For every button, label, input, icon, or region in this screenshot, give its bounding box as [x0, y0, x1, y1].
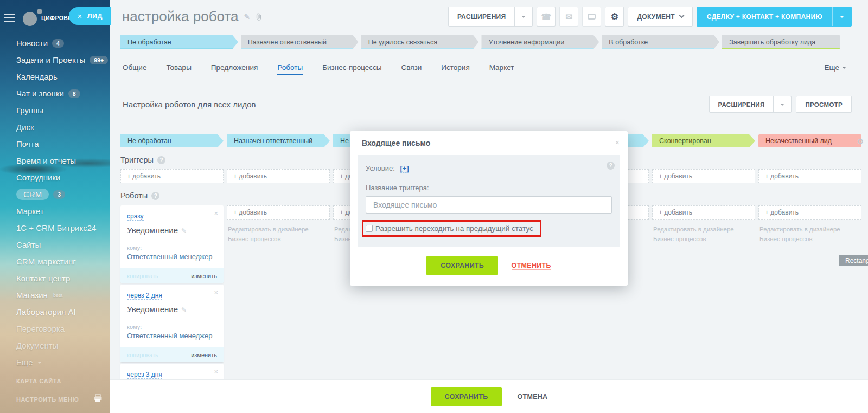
hamburger-menu-icon[interactable] [4, 12, 15, 24]
phone-button[interactable]: ☎ [537, 7, 556, 27]
tab-relations[interactable]: Связи [401, 63, 422, 75]
sitemap-link[interactable]: КАРТА САЙТА [16, 378, 61, 384]
status-stage[interactable]: В обработке [602, 35, 719, 49]
chat-bubble-icon [588, 14, 596, 20]
sidebar-item-calendar[interactable]: Календарь [16, 68, 110, 85]
sidebar-item-1c-crm[interactable]: 1С + CRM Битрикс24 [16, 220, 110, 236]
dialog-save-button[interactable]: СОХРАНИТЬ [426, 256, 498, 275]
sidebar-item-groups[interactable]: Группы [16, 102, 110, 119]
close-icon[interactable]: × [214, 367, 218, 376]
section-extensions-dropdown-toggle[interactable] [773, 96, 791, 112]
sidebar-item-employees[interactable]: Сотрудники [16, 169, 110, 186]
close-icon[interactable]: × [78, 12, 82, 20]
add-robot-button[interactable]: + добавить [758, 205, 861, 220]
kanban-stage-success[interactable]: Сконвертирован [652, 134, 755, 147]
sidebar-item-ai-lab[interactable]: Лаборатория AI [16, 304, 110, 320]
pencil-icon[interactable]: ✎ [181, 227, 187, 235]
tab-products[interactable]: Товары [166, 63, 191, 75]
chat-button[interactable] [582, 7, 601, 27]
sidebar-item-sites[interactable]: Сайты [16, 236, 110, 253]
settings-button[interactable]: ⚙ [605, 7, 624, 27]
status-stage[interactable]: Не обработан [120, 35, 238, 49]
close-icon[interactable]: × [214, 209, 218, 217]
create-deal-dropdown-toggle[interactable] [832, 7, 851, 26]
copy-robot-link[interactable]: копировать [127, 273, 158, 279]
lead-slider-tab[interactable]: × ЛИД [69, 7, 111, 25]
extensions-button-label[interactable]: РАСШИРЕНИЯ [449, 7, 515, 26]
add-trigger-button[interactable]: + добавить [227, 169, 330, 183]
recipient-link[interactable]: Ответственный менеджер [127, 253, 217, 261]
sidebar-item-time-reports[interactable]: Время и отчеты [16, 152, 110, 169]
printer-icon[interactable] [93, 394, 103, 405]
extensions-split-button[interactable]: РАСШИРЕНИЯ [448, 7, 533, 27]
help-icon[interactable]: ? [151, 192, 159, 200]
edit-robot-link[interactable]: изменить [191, 352, 217, 358]
status-stage-final[interactable]: Завершить обработку лида [722, 35, 840, 49]
tab-business-processes[interactable]: Бизнес-процессы [322, 63, 381, 75]
sidebar-item-market[interactable]: Маркет [16, 203, 110, 220]
close-icon[interactable]: × [214, 288, 218, 296]
dialog-cancel-button[interactable]: ОТМЕНИТЬ [512, 262, 551, 270]
add-trigger-button[interactable]: + добавить [758, 169, 861, 183]
extensions-dropdown-toggle[interactable] [514, 7, 532, 26]
status-stage[interactable]: Не удалось связаться [361, 35, 479, 49]
checkbox[interactable] [366, 225, 373, 232]
help-icon[interactable]: ? [157, 156, 165, 164]
recipient-link[interactable]: Ответственный менеджер [127, 332, 217, 340]
kanban-settings-gear-icon[interactable]: ⚙ [857, 137, 864, 146]
add-trigger-button[interactable]: + добавить [652, 169, 755, 183]
configure-menu-link[interactable]: НАСТРОИТЬ МЕНЮ [16, 396, 79, 403]
recipient-label: кому: [127, 244, 217, 251]
pencil-icon[interactable]: ✎ [181, 306, 187, 314]
section-extensions-split-button[interactable]: РАСШИРЕНИЯ [709, 96, 792, 113]
sidebar-item-meeting-room[interactable]: Переговорка [16, 320, 110, 337]
save-button[interactable]: СОХРАНИТЬ [431, 387, 502, 406]
sidebar-item-documents[interactable]: Документы [16, 337, 110, 354]
kanban-stage-fail[interactable]: Некачественный лид [758, 134, 861, 147]
cancel-button[interactable]: ОТМЕНА [517, 393, 547, 401]
edit-title-pencil-icon[interactable]: ✎ [244, 12, 251, 21]
robot-schedule-link[interactable]: через 2 дня [127, 292, 162, 300]
copy-robot-link[interactable]: копировать [127, 352, 158, 358]
create-deal-button-label[interactable]: СДЕЛКУ + КОНТАКТ + КОМПАНИЮ [697, 7, 832, 26]
paperclip-icon[interactable] [256, 13, 262, 21]
status-stage[interactable]: Уточнение информации [481, 35, 599, 49]
add-robot-button[interactable]: + добавить [227, 205, 330, 220]
sidebar-item-more[interactable]: Ещё [16, 354, 110, 371]
trigger-name-input[interactable] [366, 196, 612, 214]
edit-robot-link[interactable]: изменить [191, 273, 217, 279]
sidebar-item-news[interactable]: Новости4 [16, 35, 110, 51]
gear-icon: ⚙ [611, 11, 619, 22]
email-button[interactable]: ✉ [559, 7, 578, 27]
sidebar-item-tasks[interactable]: Задачи и Проекты99+ [16, 51, 110, 68]
status-stage[interactable]: Назначен ответственный [241, 35, 359, 49]
sidebar-item-disk[interactable]: Диск [16, 119, 110, 135]
sidebar-item-shop[interactable]: Магазинbeta [16, 287, 110, 304]
robots-section-label: Роботы [120, 191, 148, 200]
kanban-stage[interactable]: Назначен ответственный [227, 134, 330, 147]
robot-schedule-link[interactable]: сразу [127, 212, 144, 221]
document-button[interactable]: ДОКУМЕНТ [628, 7, 692, 27]
tab-quotes[interactable]: Предложения [211, 63, 258, 75]
add-robot-button[interactable]: + добавить [652, 205, 755, 220]
tab-robots[interactable]: Роботы [277, 63, 303, 75]
tab-history[interactable]: История [441, 63, 469, 75]
bp-designer-note: Редактировать в дизайнере Бизнес-процесс… [227, 225, 330, 244]
create-deal-split-button[interactable]: СДЕЛКУ + КОНТАКТ + КОМПАНИЮ [697, 7, 852, 27]
sidebar-item-crm[interactable]: CRM3 [16, 186, 110, 203]
allow-previous-status-option[interactable]: Разрешить переходить на предыдущий стату… [362, 220, 541, 237]
tab-general[interactable]: Общие [123, 63, 146, 75]
view-button[interactable]: ПРОСМОТР [796, 96, 852, 113]
close-icon[interactable]: × [615, 138, 620, 147]
sidebar-item-crm-marketing[interactable]: CRM-маркетинг [16, 253, 110, 270]
add-condition-link[interactable]: [+] [400, 164, 409, 173]
help-icon[interactable]: ? [607, 162, 615, 170]
tab-more[interactable]: Еще [825, 63, 846, 72]
sidebar-item-contact-center[interactable]: Контакт-центр [16, 270, 110, 287]
add-trigger-button[interactable]: + добавить [120, 169, 224, 183]
tab-market[interactable]: Маркет [489, 63, 514, 75]
sidebar-item-chat[interactable]: Чат и звонки8 [16, 85, 110, 102]
robot-schedule-link[interactable]: через 3 дня [127, 371, 162, 379]
kanban-stage[interactable]: Не обработан [120, 134, 224, 147]
sidebar-item-mail[interactable]: Почта [16, 135, 110, 152]
